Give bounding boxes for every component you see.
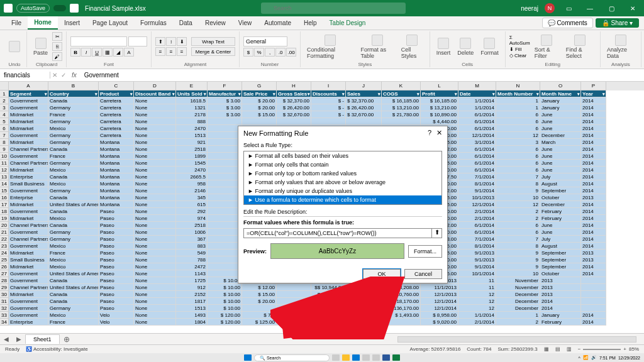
cell[interactable]: 2014 [581, 201, 606, 208]
cell[interactable]: Paseo [99, 291, 134, 298]
cell[interactable]: None [134, 104, 176, 111]
cell[interactable] [208, 243, 242, 250]
cell[interactable]: 9/1/2013 [458, 250, 496, 256]
cell[interactable]: January [540, 312, 581, 319]
cell[interactable]: Midmarket [9, 291, 48, 298]
align-bottom-icon[interactable]: ⬇ [177, 37, 187, 46]
cell[interactable] [242, 118, 277, 125]
cell[interactable]: 1804 [176, 319, 208, 326]
cell[interactable]: $ 13,210.00 [421, 104, 458, 111]
cell[interactable] [208, 208, 242, 215]
cell[interactable]: 12/1/2013 [421, 291, 458, 298]
cell[interactable]: 7 [496, 236, 540, 243]
cell[interactable]: $ 32,280.00 [311, 291, 346, 298]
cell[interactable]: Midmarket [9, 201, 48, 208]
conditional-formatting-button[interactable]: Conditional Formatting [304, 33, 357, 60]
cell[interactable]: Government [9, 305, 48, 312]
find-select-button[interactable]: Find & Select [564, 33, 596, 60]
cell[interactable]: 12/1/2014 [421, 298, 458, 305]
cell[interactable]: October [540, 194, 581, 201]
cell[interactable]: Carretera [99, 132, 134, 139]
table-header-cell[interactable]: Sales [346, 90, 382, 97]
cell[interactable] [208, 153, 242, 160]
cell[interactable]: 6 [496, 160, 540, 167]
cell[interactable]: 12/1/2014 [458, 132, 496, 139]
cell[interactable]: France [48, 153, 99, 160]
cell[interactable]: Canada [48, 277, 99, 284]
cell[interactable]: 2014 [581, 229, 606, 236]
cell[interactable]: Channel Partners [9, 222, 48, 229]
cell[interactable]: July [540, 236, 581, 243]
autosave-switch[interactable] [53, 5, 66, 11]
cell[interactable]: Government [9, 153, 48, 160]
cell[interactable]: Government [9, 229, 48, 236]
cell[interactable]: 8 [496, 243, 540, 250]
cell[interactable]: None [134, 305, 176, 312]
cell[interactable]: 2/1/2014 [458, 208, 496, 215]
col-header[interactable]: E [176, 82, 208, 90]
cell[interactable]: Midmarket [9, 167, 48, 173]
tab-home[interactable]: Home [28, 16, 58, 30]
cell[interactable]: 3/1/2014 [458, 139, 496, 146]
tab-help[interactable]: Help [297, 17, 323, 29]
table-header-cell[interactable]: COGS [382, 90, 421, 97]
cell[interactable]: 1618.5 [176, 97, 208, 104]
taskbar-search[interactable]: 🔍 Search [254, 354, 330, 361]
cell[interactable] [208, 263, 242, 270]
cell[interactable]: Mexico [48, 180, 99, 187]
cell[interactable]: 2014 [581, 263, 606, 270]
row-header[interactable]: 4 [0, 111, 9, 118]
row-header[interactable]: 2 [0, 97, 9, 104]
search-input[interactable] [261, 3, 406, 14]
cell[interactable]: 2665.5 [176, 173, 208, 180]
cell[interactable]: Carretera [99, 97, 134, 104]
cell[interactable] [277, 291, 311, 298]
cell[interactable]: None [134, 291, 176, 298]
cancel-button[interactable]: Cancel [404, 269, 442, 279]
col-header[interactable]: M [458, 82, 496, 90]
cell[interactable]: September [540, 250, 581, 256]
cell[interactable]: 2013 [581, 194, 606, 201]
cell[interactable]: 9 [496, 250, 540, 256]
row-header[interactable]: 8 [0, 139, 9, 146]
cell[interactable]: $ 32,370.00 [346, 97, 382, 104]
cell[interactable]: $ 529,550.00 [311, 305, 346, 312]
cell[interactable]: Montana [99, 187, 134, 194]
cell[interactable]: None [134, 194, 176, 201]
cell[interactable]: 2014 [581, 173, 606, 180]
cell[interactable]: January [540, 97, 581, 104]
rule-type-option[interactable]: ► Use a formula to determine which cells… [244, 195, 441, 204]
cell[interactable]: Montana [99, 139, 134, 146]
cell[interactable]: 6/1/2014 [458, 167, 496, 173]
cell[interactable]: $ 15.00 [242, 291, 277, 298]
cell[interactable]: Montana [99, 146, 134, 153]
tab-automate[interactable]: Automate [258, 17, 297, 29]
rule-type-option[interactable]: ► Format all cells based on their values [244, 151, 441, 160]
cell[interactable] [382, 118, 421, 125]
table-header-cell[interactable]: Discount Band [134, 90, 176, 97]
cell[interactable]: September [540, 263, 581, 270]
sheet-tab[interactable]: Sheet1 [25, 334, 60, 344]
cell[interactable] [208, 180, 242, 187]
cell[interactable]: Montana [99, 173, 134, 180]
cell[interactable]: Paseo [99, 263, 134, 270]
cell[interactable]: None [134, 270, 176, 277]
row-header[interactable]: 11 [0, 160, 9, 167]
rule-type-option[interactable]: ► Format only unique or duplicate values [244, 187, 441, 195]
select-all-corner[interactable] [0, 82, 9, 90]
comma-button[interactable]: , [265, 48, 275, 57]
italic-button[interactable]: I [81, 48, 91, 57]
cell[interactable]: Midmarket [9, 215, 48, 222]
cell[interactable]: 367 [176, 236, 208, 243]
row-header[interactable]: 33 [0, 312, 9, 319]
cell[interactable]: 1513 [176, 132, 208, 139]
cell[interactable] [208, 125, 242, 132]
cell[interactable]: 10 [496, 194, 540, 201]
cell[interactable]: 2014 [581, 139, 606, 146]
excel-taskbar-icon[interactable] [392, 354, 400, 361]
font-family-combo[interactable] [70, 36, 127, 47]
cell[interactable] [208, 139, 242, 146]
cell[interactable]: None [134, 243, 176, 250]
cell[interactable]: $ 13,210.00 [382, 104, 421, 111]
cell[interactable]: 2014 [581, 97, 606, 104]
